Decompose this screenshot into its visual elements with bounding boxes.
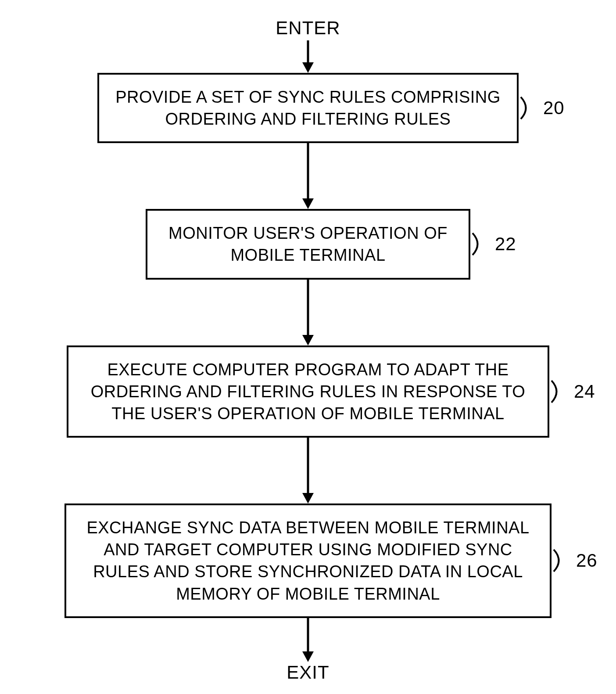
svg-marker-1 [302, 62, 314, 73]
arrow-22-24 [299, 280, 317, 345]
arrow-enter-20 [299, 40, 317, 73]
step-20-row: PROVIDE A SET OF SYNC RULES COMPRISING O… [97, 73, 519, 143]
step-22-callout: 22 [470, 231, 516, 257]
flowchart: ENTER PROVIDE A SET OF SYNC RULES COMPRI… [0, 18, 616, 685]
exit-label: EXIT [287, 662, 329, 683]
step-22-ref: 22 [495, 234, 516, 255]
svg-marker-7 [302, 493, 314, 503]
arrow-20-22 [299, 143, 317, 209]
step-22-box: MONITOR USER'S OPERATION OF MOBILE TERMI… [146, 209, 470, 279]
step-26-row: EXCHANGE SYNC DATA BETWEEN MOBILE TERMIN… [64, 503, 552, 618]
enter-label: ENTER [276, 18, 340, 39]
step-26-ref: 26 [576, 550, 598, 571]
step-22-row: MONITOR USER'S OPERATION OF MOBILE TERMI… [146, 209, 470, 279]
step-26-box: EXCHANGE SYNC DATA BETWEEN MOBILE TERMIN… [64, 503, 552, 618]
step-26-callout: 26 [552, 547, 598, 574]
step-20-box: PROVIDE A SET OF SYNC RULES COMPRISING O… [97, 73, 519, 143]
step-24-callout: 24 [549, 378, 595, 405]
step-20-ref: 20 [543, 97, 565, 119]
arrow-26-exit [299, 618, 317, 662]
svg-marker-9 [302, 651, 314, 662]
arrow-24-26 [299, 438, 317, 503]
step-20-callout: 20 [519, 95, 565, 121]
svg-marker-3 [302, 198, 314, 209]
svg-marker-5 [302, 335, 314, 345]
step-24-row: EXECUTE COMPUTER PROGRAM TO ADAPT THE OR… [67, 345, 549, 438]
step-24-ref: 24 [574, 381, 595, 402]
step-24-box: EXECUTE COMPUTER PROGRAM TO ADAPT THE OR… [67, 345, 549, 438]
